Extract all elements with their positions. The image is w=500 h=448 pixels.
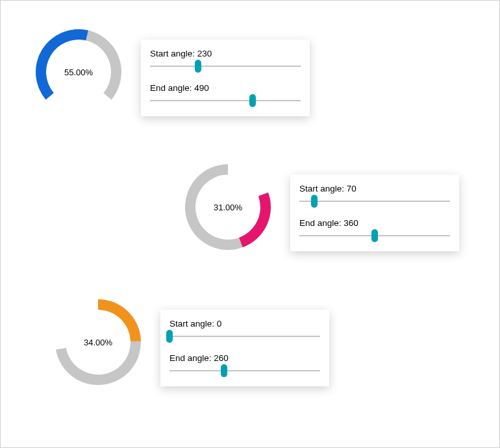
start-angle-row-3: Start angle: 0 <box>169 319 320 343</box>
slider-thumb[interactable] <box>371 229 378 242</box>
start-angle-slider-2[interactable] <box>299 195 450 208</box>
start-angle-slider-1[interactable] <box>150 60 301 73</box>
end-angle-slider-2[interactable] <box>299 229 450 242</box>
slider-track <box>169 336 320 337</box>
gauge-3: 34.00% <box>46 290 150 394</box>
gauge-group-3: 34.00% <box>46 290 150 394</box>
gauge-1: 55.00% <box>27 20 131 124</box>
gauge-fill <box>98 299 141 342</box>
controls-card-3: Start angle: 0 End angle: 260 <box>160 310 329 386</box>
slider-track <box>299 201 450 202</box>
controls-card-2: Start angle: 70 End angle: 360 <box>290 175 459 251</box>
start-angle-slider-3[interactable] <box>169 330 320 343</box>
end-angle-row-1: End angle: 490 <box>150 83 301 107</box>
frame: 55.00% Start angle: 230 End angle: 490 3… <box>0 0 500 448</box>
start-angle-label-3: Start angle: 0 <box>169 319 320 329</box>
slider-thumb[interactable] <box>195 60 201 73</box>
end-angle-slider-3[interactable] <box>169 364 320 377</box>
gauge-3-label: 34.00% <box>46 338 150 347</box>
slider-track <box>150 66 301 67</box>
gauge-2: 31.00% <box>176 155 280 259</box>
gauge-fill <box>239 192 271 247</box>
start-angle-row-1: Start angle: 230 <box>150 49 301 73</box>
end-angle-label-2: End angle: 360 <box>299 218 450 228</box>
end-angle-label-1: End angle: 490 <box>150 83 301 93</box>
gauge-group-1: 55.00% <box>27 20 131 124</box>
slider-thumb[interactable] <box>249 94 256 107</box>
end-angle-label-3: End angle: 260 <box>169 353 320 363</box>
controls-card-1: Start angle: 230 End angle: 490 <box>141 40 310 116</box>
gauge-fill <box>36 29 88 99</box>
slider-thumb[interactable] <box>166 330 173 343</box>
end-angle-slider-1[interactable] <box>150 94 301 107</box>
slider-thumb[interactable] <box>221 364 227 377</box>
end-angle-row-2: End angle: 360 <box>299 218 450 242</box>
gauge-2-label: 31.00% <box>176 203 280 212</box>
slider-thumb[interactable] <box>311 195 318 208</box>
start-angle-label-1: Start angle: 230 <box>150 49 301 58</box>
slider-track <box>150 101 301 101</box>
start-angle-label-2: Start angle: 70 <box>299 184 450 193</box>
start-angle-row-2: Start angle: 70 <box>299 184 450 208</box>
gauge-1-label: 55.00% <box>27 68 131 77</box>
slider-track <box>169 371 320 371</box>
gauge-group-2: 31.00% <box>176 155 280 259</box>
end-angle-row-3: End angle: 260 <box>169 353 320 377</box>
